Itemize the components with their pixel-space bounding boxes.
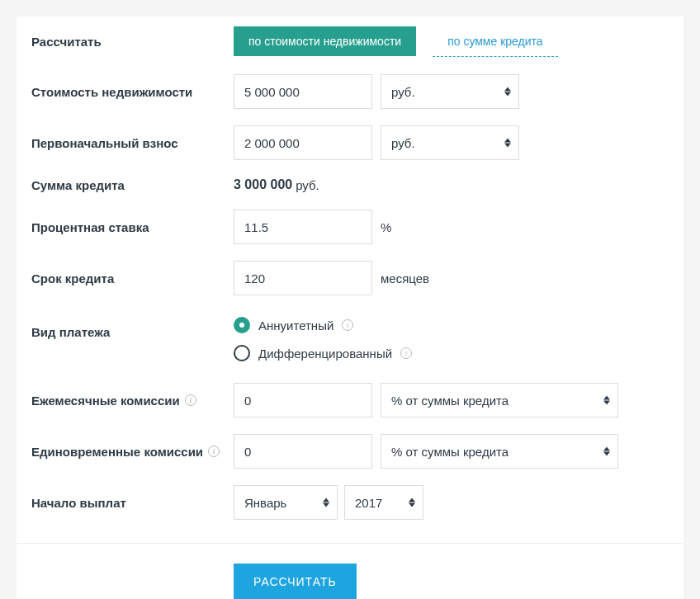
select-start-year[interactable]: 2017 bbox=[344, 485, 423, 520]
select-down-payment-unit[interactable]: руб. bbox=[381, 125, 519, 160]
input-loan-term[interactable] bbox=[234, 261, 372, 295]
row-down-payment: Первоначальный взнос руб. bbox=[17, 117, 683, 168]
label-property-cost: Стоимость недвижимости bbox=[31, 85, 234, 99]
label-payment-type: Вид платежа bbox=[31, 317, 234, 339]
unit-loan-sum: руб. bbox=[296, 178, 319, 192]
radio-circle-unselected bbox=[234, 345, 250, 361]
select-start-month[interactable]: Январь bbox=[234, 485, 338, 520]
label-interest-rate: Процентная ставка bbox=[31, 220, 234, 234]
radio-group-payment-type: Аннуитетный i Дифференцированный i bbox=[234, 317, 412, 361]
select-monthly-fee-unit[interactable]: % от суммы кредита bbox=[381, 383, 618, 417]
label-monthly-fees: Ежемесячные комиссии i bbox=[31, 394, 234, 408]
input-interest-rate[interactable] bbox=[234, 210, 372, 244]
row-start-payments: Начало выплат Январь 2017 bbox=[17, 477, 683, 543]
row-onetime-fees: Единовременные комиссии i % от суммы кре… bbox=[17, 426, 683, 477]
tabs-calculate-by: по стоимости недвижимости по сумме креди… bbox=[234, 26, 558, 57]
tab-by-loan-sum[interactable]: по сумме кредита bbox=[433, 26, 557, 57]
value-loan-sum: 3 000 000 bbox=[234, 177, 292, 192]
label-start-payments: Начало выплат bbox=[31, 496, 234, 510]
loan-calculator-form: Рассчитать по стоимости недвижимости по … bbox=[17, 17, 683, 599]
radio-label-annuity: Аннуитетный bbox=[258, 318, 333, 333]
unit-months: месяцев bbox=[381, 271, 429, 285]
select-property-currency[interactable]: руб. bbox=[381, 74, 519, 109]
row-monthly-fees: Ежемесячные комиссии i % от суммы кредит… bbox=[17, 375, 683, 426]
row-payment-type: Вид платежа Аннуитетный i Дифференцирова… bbox=[17, 304, 683, 375]
unit-percent: % bbox=[381, 220, 391, 234]
input-onetime-fee[interactable] bbox=[234, 434, 372, 469]
label-down-payment: Первоначальный взнос bbox=[31, 136, 234, 150]
radio-differentiated[interactable]: Дифференцированный i bbox=[234, 345, 412, 361]
info-icon[interactable]: i bbox=[342, 319, 353, 331]
label-loan-term: Срок кредита bbox=[31, 271, 234, 285]
label-onetime-fees: Единовременные комиссии i bbox=[31, 445, 234, 459]
input-down-payment[interactable] bbox=[234, 125, 372, 160]
row-loan-term: Срок кредита месяцев bbox=[17, 252, 683, 304]
row-submit: РАССЧИТАТЬ bbox=[17, 543, 683, 599]
label-calculate-by: Рассчитать bbox=[31, 35, 234, 49]
row-calculate-by: Рассчитать по стоимости недвижимости по … bbox=[17, 17, 683, 66]
input-monthly-fee[interactable] bbox=[234, 383, 372, 417]
row-property-cost: Стоимость недвижимости руб. bbox=[17, 66, 683, 117]
row-loan-sum: Сумма кредита 3 000 000 руб. bbox=[17, 168, 683, 201]
input-property-cost[interactable] bbox=[234, 74, 372, 109]
calculate-button[interactable]: РАССЧИТАТЬ bbox=[234, 564, 357, 599]
info-icon[interactable]: i bbox=[208, 446, 220, 457]
radio-circle-selected bbox=[234, 317, 250, 333]
select-onetime-fee-unit[interactable]: % от суммы кредита bbox=[381, 434, 618, 469]
radio-label-differentiated: Дифференцированный bbox=[258, 347, 392, 361]
info-icon[interactable]: i bbox=[185, 394, 196, 406]
info-icon[interactable]: i bbox=[400, 347, 412, 359]
tab-by-property-cost[interactable]: по стоимости недвижимости bbox=[234, 26, 416, 56]
radio-annuity[interactable]: Аннуитетный i bbox=[234, 317, 412, 333]
row-interest-rate: Процентная ставка % bbox=[17, 201, 683, 252]
label-loan-sum: Сумма кредита bbox=[31, 178, 234, 192]
